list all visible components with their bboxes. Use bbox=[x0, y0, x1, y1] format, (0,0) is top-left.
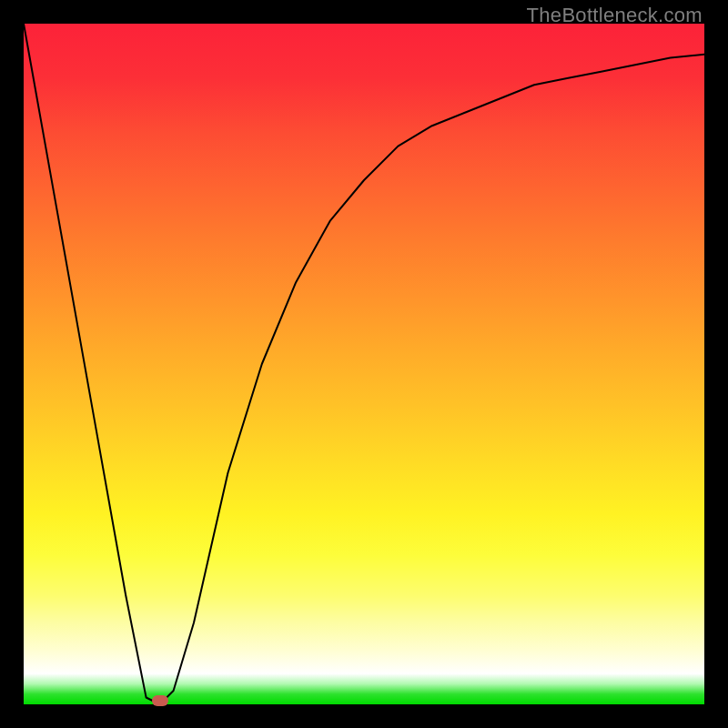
watermark-label: TheBottleneck.com bbox=[527, 4, 703, 27]
minimum-marker-icon bbox=[152, 695, 168, 706]
chart-plot-area bbox=[24, 24, 704, 704]
chart-frame: TheBottleneck.com bbox=[0, 0, 728, 728]
bottleneck-curve bbox=[24, 24, 704, 704]
